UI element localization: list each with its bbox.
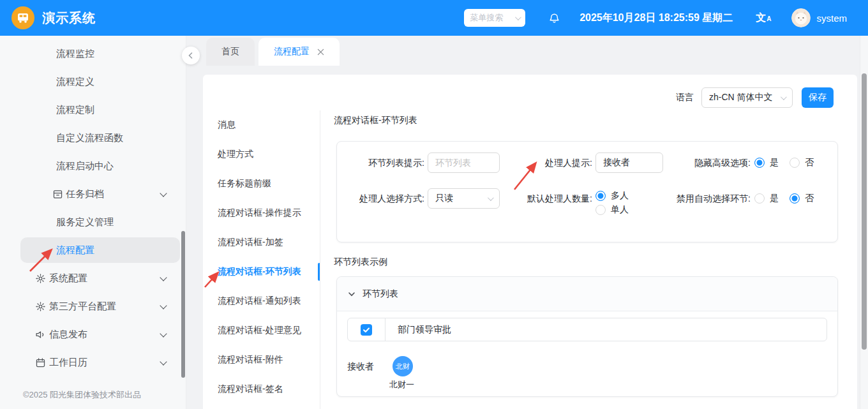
chevron-down-icon	[160, 358, 167, 365]
tab-home[interactable]: 首页	[206, 38, 255, 66]
speaker-icon	[35, 329, 46, 340]
handler-select-mode-label: 处理人选择方式:	[337, 188, 424, 209]
page-card: 语言 zh-CN 简体中文 保存 消息 处理方式 任务标题前缀 流程对话框-操作…	[203, 75, 857, 409]
sidebar-item-work-calendar[interactable]: 工作日历	[0, 348, 186, 376]
sidebar-item-custom-process-function[interactable]: 自定义流程函数	[0, 124, 186, 152]
main-area: 首页 流程配置 语言 zh-CN 简体中文 保存 消息 处理方式 任务标题前缀	[187, 36, 868, 409]
menu-search-placeholder: 菜单搜索	[470, 12, 503, 24]
language-select[interactable]: zh-CN 简体中文	[701, 87, 793, 108]
task-label: 部门领导审批	[385, 318, 451, 341]
submenu-item-task-title-prefix[interactable]: 任务标题前缀	[203, 169, 320, 198]
submenu-item-dialog-opinion[interactable]: 流程对话框-处理意见	[203, 316, 320, 345]
check-icon	[363, 326, 370, 334]
radio-option-no[interactable]: 否	[789, 193, 814, 204]
sidebar-item-process-config[interactable]: 流程配置	[0, 236, 186, 264]
chevron-down-icon	[160, 274, 167, 281]
submenu-item-dialog-node-list[interactable]: 流程对话框-环节列表	[203, 257, 320, 286]
node-list-panel-header[interactable]: 环节列表	[337, 277, 837, 311]
language-label: 语言	[676, 92, 694, 103]
handler-select-mode-select[interactable]: 只读	[428, 188, 500, 209]
hide-advanced-label: 隐藏高级选项:	[656, 152, 751, 173]
save-button[interactable]: 保存	[802, 87, 834, 108]
radio-icon	[754, 158, 765, 168]
example-section-title: 环节列表示例	[334, 257, 387, 268]
chevron-down-icon	[160, 302, 167, 309]
language-switch-icon[interactable]: 文 A	[756, 13, 771, 23]
hide-advanced-radio-group: 是 否	[754, 152, 814, 173]
chevron-down-icon	[781, 94, 787, 100]
sidebar-item-process-customize[interactable]: 流程定制	[0, 96, 186, 124]
submenu-item-dialog-countersign[interactable]: 流程对话框-加签	[203, 228, 320, 257]
radio-option-single[interactable]: 单人	[595, 205, 629, 215]
submenu-item-message[interactable]: 消息	[203, 110, 320, 140]
node-list-hint-label: 环节列表提示:	[337, 152, 424, 173]
node-list-form-card: 环节列表提示: 处理人提示: 隐藏高级选项: 是 否 处理人选择方式:	[336, 141, 838, 242]
radio-icon	[789, 158, 800, 168]
chevron-left-icon	[187, 52, 195, 59]
sidebar-item-process-monitor[interactable]: 流程监控	[0, 40, 186, 68]
chevron-down-icon	[488, 195, 494, 201]
gear-icon	[35, 301, 46, 312]
app-title: 演示系统	[42, 10, 96, 27]
chevron-down-icon	[160, 330, 167, 337]
main-scrollbar[interactable]	[862, 73, 867, 350]
radio-option-yes[interactable]: 是	[754, 157, 779, 168]
user-avatar[interactable]	[791, 8, 811, 27]
car-icon	[16, 11, 30, 25]
close-icon[interactable]	[317, 48, 324, 56]
sidebar-item-service-definition[interactable]: 服务定义管理	[0, 208, 186, 236]
chevron-down-icon	[515, 14, 521, 20]
tab-process-config[interactable]: 流程配置	[258, 38, 340, 66]
sidebar-item-thirdparty-config[interactable]: 第三方平台配置	[0, 292, 186, 320]
task-row: 部门领导审批	[347, 318, 827, 341]
handler-hint-label: 处理人提示:	[535, 152, 592, 173]
sidebar-item-process-definition[interactable]: 流程定义	[0, 68, 186, 96]
sidebar-collapse-button[interactable]	[182, 47, 200, 64]
receiver-name: 北财一	[389, 379, 414, 390]
calendar-icon	[35, 357, 46, 368]
archive-icon	[52, 189, 63, 200]
disable-auto-select-label: 禁用自动选择环节:	[656, 188, 751, 209]
notification-bell-icon[interactable]	[548, 12, 560, 24]
datetime-display: 2025年10月28日 18:25:59 星期二	[580, 11, 733, 25]
sidebar-item-info-publish[interactable]: 信息发布	[0, 320, 186, 348]
disable-auto-select-radio-group: 是 否	[754, 188, 814, 209]
radio-option-yes[interactable]: 是	[754, 193, 779, 204]
sidebar-item-process-start-center[interactable]: 流程启动中心	[0, 152, 186, 180]
menu-search-select[interactable]: 菜单搜索	[464, 9, 525, 27]
receiver-avatar[interactable]: 北财	[393, 356, 413, 376]
config-submenu: 消息 处理方式 任务标题前缀 流程对话框-操作提示 流程对话框-加签 流程对话框…	[203, 110, 320, 409]
radio-icon	[754, 193, 765, 204]
config-content: 流程对话框-环节列表 环节列表提示: 处理人提示: 隐藏高级选项: 是 否	[320, 110, 837, 409]
default-handler-count-label: 默认处理人数量:	[519, 188, 592, 209]
submenu-item-dialog-notify-list[interactable]: 流程对话框-通知列表	[203, 286, 320, 316]
app-header: 演示系统 菜单搜索 2025年10月28日 18:25:59 星期二 文 A	[0, 0, 868, 36]
copyright-footer: ©2025 阳光集团体验技术部出品	[23, 389, 141, 401]
submenu-item-handle-mode[interactable]: 处理方式	[203, 140, 320, 169]
radio-option-multi[interactable]: 多人	[595, 191, 629, 201]
gear-icon	[35, 273, 46, 284]
sidebar-item-task-archive[interactable]: 任务归档	[0, 180, 186, 208]
chevron-down-icon	[160, 190, 167, 197]
tab-bar: 首页 流程配置	[206, 38, 340, 66]
radio-option-no[interactable]: 否	[789, 157, 814, 168]
submenu-item-dialog-operation-tip[interactable]: 流程对话框-操作提示	[203, 198, 320, 228]
panel-title: 环节列表	[363, 288, 398, 300]
submenu-item-dialog-attachment[interactable]: 流程对话框-附件	[203, 345, 320, 375]
receiver-label: 接收者	[347, 361, 374, 373]
cat-avatar-icon	[791, 8, 811, 27]
task-checkbox[interactable]	[361, 324, 372, 336]
radio-icon	[595, 191, 606, 201]
section-title: 流程对话框-环节列表	[334, 115, 417, 126]
main-sidebar: 流程监控 流程定义 流程定制 自定义流程函数 流程启动中心 任务归档 服务定义管…	[0, 36, 186, 409]
sidebar-scrollbar[interactable]	[181, 231, 185, 378]
chevron-down-icon	[348, 290, 355, 298]
sidebar-item-system-config[interactable]: 系统配置	[0, 264, 186, 292]
submenu-item-dialog-signature[interactable]: 流程对话框-签名	[203, 375, 320, 404]
node-list-hint-input[interactable]	[428, 152, 500, 173]
handler-hint-input[interactable]	[595, 152, 663, 173]
task-checkbox-cell	[348, 318, 385, 341]
app-logo	[11, 6, 34, 29]
radio-icon	[595, 205, 606, 215]
username-label[interactable]: system	[816, 13, 847, 24]
